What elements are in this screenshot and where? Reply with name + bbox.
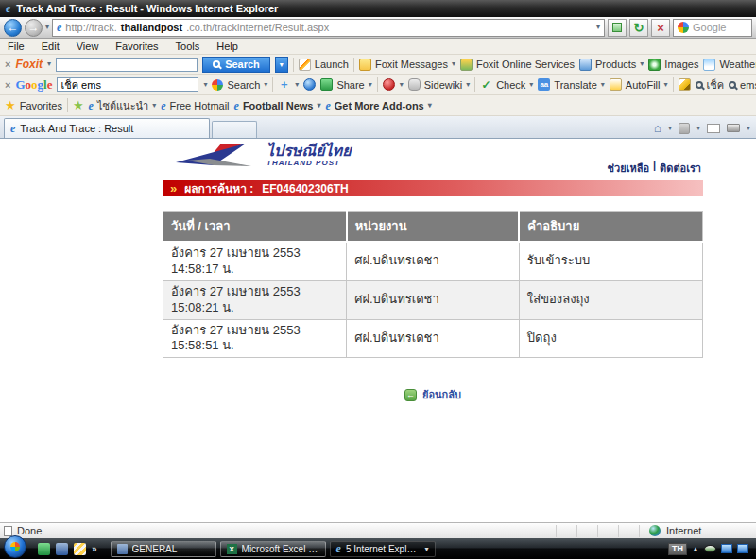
- cell-datetime: อังคาร 27 เมษายน 255314:58:17 น.: [163, 242, 347, 280]
- autofill-button[interactable]: AutoFill▾: [610, 78, 668, 91]
- window-title: Track And Trace : Result - Windows Inter…: [16, 3, 278, 14]
- foxit-search-label: Search: [225, 59, 260, 70]
- spellcheck-button[interactable]: ✓Check▾: [480, 78, 533, 91]
- go-back-link[interactable]: ← ย้อนกลับ: [404, 386, 461, 403]
- search-box[interactable]: Google: [673, 19, 752, 37]
- add-favorite-icon[interactable]: ★: [73, 99, 84, 111]
- address-bar[interactable]: e http://track.thailandpost.co.th/tracki…: [52, 19, 605, 37]
- print-dropdown-icon[interactable]: ▾: [747, 125, 750, 132]
- network-icon[interactable]: [721, 544, 732, 553]
- foxit-brand-dropdown-icon[interactable]: ▾: [47, 60, 51, 68]
- tray-icon-1[interactable]: [704, 545, 716, 552]
- share-button[interactable]: Share▾: [320, 78, 371, 91]
- quick-search-word2[interactable]: ems: [729, 79, 756, 91]
- foxit-search-dropdown-icon[interactable]: ▾: [275, 57, 288, 73]
- favorites-button[interactable]: ★Favorites: [5, 99, 62, 111]
- menu-help[interactable]: Help: [216, 41, 238, 52]
- foxit-images-button[interactable]: Images: [648, 59, 698, 71]
- security-zone: Internet: [639, 525, 752, 537]
- menu-file[interactable]: File: [8, 41, 25, 52]
- menu-favorites[interactable]: Favorites: [115, 41, 158, 52]
- add-gadget-icon[interactable]: +: [278, 78, 290, 91]
- forward-button[interactable]: →: [25, 19, 43, 37]
- menu-edit[interactable]: Edit: [42, 41, 60, 52]
- ie-favicon-icon: e: [161, 100, 165, 111]
- home-dropdown-icon[interactable]: ▾: [668, 125, 672, 132]
- menu-tools[interactable]: Tools: [176, 41, 200, 52]
- images-label: Images: [664, 59, 698, 70]
- compatibility-view-button[interactable]: [608, 19, 627, 37]
- time-text: 15:08:21 น.: [171, 300, 234, 314]
- network-icon[interactable]: [737, 544, 748, 553]
- football-dropdown-icon: ▾: [317, 102, 320, 110]
- toolbar-divider: [272, 77, 273, 92]
- popup-blocker-dropdown-icon[interactable]: ▾: [400, 81, 404, 89]
- foxit-launch-button[interactable]: Launch: [299, 59, 349, 71]
- taskbar-button-internet-explorer[interactable]: e 5 Internet Explorer ▾: [330, 541, 436, 557]
- taskbar-button-excel[interactable]: X Microsoft Excel - อะไ...: [220, 541, 326, 557]
- highlighter-icon[interactable]: [679, 78, 691, 91]
- foxit-messages-button[interactable]: Foxit Messages▾: [359, 59, 455, 71]
- toolbar-divider: [353, 58, 354, 72]
- start-button[interactable]: [4, 535, 26, 558]
- history-dropdown-icon[interactable]: ▾: [45, 24, 49, 31]
- stop-button[interactable]: ×: [651, 19, 670, 37]
- home-icon[interactable]: ⌂: [654, 121, 662, 135]
- quick-search-word1[interactable]: เช็ค: [696, 76, 725, 93]
- translate-icon: aa: [538, 78, 550, 91]
- quick-launch-icon-2[interactable]: [56, 543, 68, 555]
- help-link[interactable]: ช่วยเหลือ: [608, 160, 649, 177]
- translate-button[interactable]: aaTranslate▾: [538, 78, 604, 91]
- football-news-link[interactable]: eFootball News▾: [234, 100, 321, 111]
- taskbar-group-dropdown-icon: ▾: [425, 545, 429, 553]
- ie-icon: e: [336, 543, 341, 554]
- ie-favicon-icon: e: [89, 100, 94, 111]
- foxit-weather-button[interactable]: Weather: [703, 59, 756, 71]
- popup-blocker-icon[interactable]: [383, 78, 395, 91]
- rss-feeds-icon[interactable]: [679, 123, 690, 134]
- magnifier-icon: [696, 81, 703, 89]
- read-mail-icon[interactable]: [707, 124, 720, 133]
- foxit-brand[interactable]: Foxit: [15, 58, 43, 71]
- google-search-button[interactable]: Search▾: [212, 79, 267, 91]
- add-gadget-dropdown-icon[interactable]: ▾: [295, 81, 299, 89]
- new-tab-button[interactable]: [212, 121, 257, 138]
- tracking-table: วันที่ / เวลา หน่วยงาน คำอธิบาย อังคาร 2…: [163, 211, 703, 358]
- quick-launch-icon-3[interactable]: [74, 543, 86, 555]
- foxit-products-button[interactable]: Products▾: [579, 59, 644, 71]
- page-wrapper: ไปรษณีย์ไทย THAILAND POST ช่วยเหลือ | ติ…: [163, 139, 703, 403]
- thailand-post-logo-icon: [172, 144, 259, 168]
- feeds-dropdown-icon[interactable]: ▾: [696, 125, 700, 132]
- foxit-search-button[interactable]: Search: [202, 57, 270, 73]
- result-label: ผลการค้นหา :: [184, 179, 253, 197]
- tray-expand-icon[interactable]: ▲: [692, 545, 699, 553]
- tab-track-and-trace[interactable]: e Track And Trace : Result: [4, 118, 210, 138]
- suggested-sites-link[interactable]: eไซต์แนะนำ▾: [89, 97, 157, 114]
- taskbar-button-general[interactable]: GENERAL: [111, 541, 216, 557]
- status-segment: [597, 525, 618, 537]
- google-brand: Google: [15, 77, 52, 93]
- foxit-search-input[interactable]: [56, 58, 198, 72]
- contact-link[interactable]: ติดต่อเรา: [660, 160, 701, 177]
- sidewiki-button[interactable]: Sidewiki▾: [408, 78, 470, 91]
- print-icon[interactable]: [727, 124, 740, 132]
- quick-launch-overflow-icon[interactable]: »: [92, 544, 97, 554]
- google-search-input[interactable]: [57, 77, 198, 92]
- address-dropdown-icon[interactable]: ▾: [596, 24, 600, 31]
- foxit-toolbar-close-icon[interactable]: ×: [5, 59, 10, 70]
- taskbar: » GENERAL X Microsoft Excel - อะไ... e 5…: [0, 538, 756, 559]
- foxit-online-services-button[interactable]: Foxit Online Services: [460, 59, 575, 71]
- refresh-button[interactable]: ↻: [629, 19, 648, 37]
- google-toolbar-close-icon[interactable]: ×: [5, 79, 10, 91]
- language-indicator[interactable]: TH: [668, 543, 687, 555]
- table-row: อังคาร 27 เมษายน 255314:58:17 น. ศฝ.บดิน…: [163, 242, 703, 280]
- menu-view[interactable]: View: [77, 41, 99, 52]
- magnifier-icon: [729, 81, 736, 89]
- get-more-addons-link[interactable]: eGet More Add-ons▾: [325, 100, 431, 111]
- quick-launch-icon-1[interactable]: [38, 543, 50, 555]
- google-earth-icon[interactable]: [303, 78, 316, 91]
- back-button[interactable]: ←: [4, 19, 22, 37]
- google-input-dropdown-icon[interactable]: ▾: [203, 81, 207, 89]
- page-icon: e: [57, 22, 61, 33]
- free-hotmail-link[interactable]: eFree Hotmail: [161, 100, 229, 111]
